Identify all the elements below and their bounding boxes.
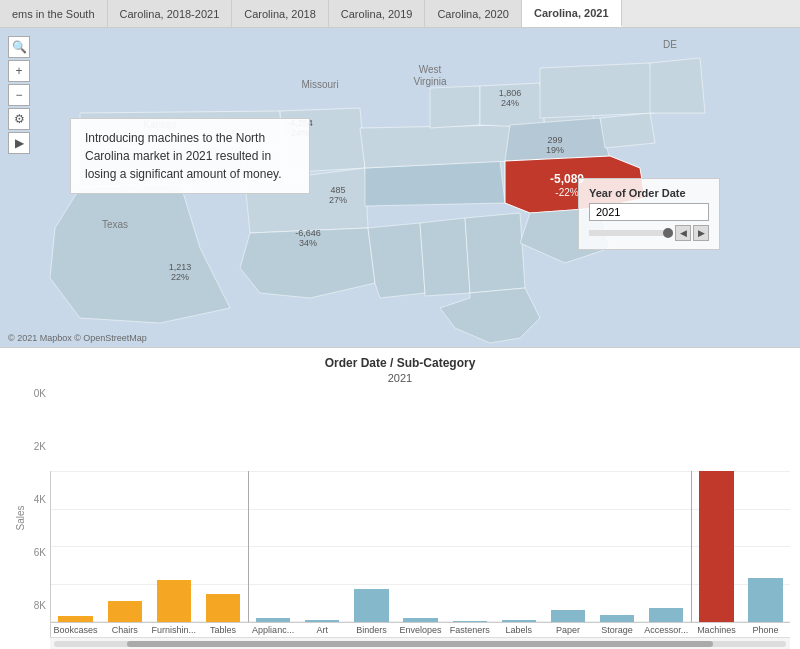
x-label-9: Labels	[494, 623, 543, 637]
svg-text:485: 485	[330, 185, 345, 195]
bar-11[interactable]	[600, 615, 634, 622]
bar-0[interactable]	[58, 616, 92, 622]
svg-marker-12	[360, 125, 510, 168]
scrollbar[interactable]	[50, 637, 790, 649]
bar-7[interactable]	[403, 618, 437, 622]
scrollbar-track[interactable]	[54, 641, 786, 647]
svg-text:1,213: 1,213	[169, 262, 192, 272]
x-label-10: Paper	[543, 623, 592, 637]
bar-group-phone	[741, 578, 790, 622]
tab-2018-2021[interactable]: Carolina, 2018-2021	[108, 0, 233, 27]
bar-6[interactable]	[354, 589, 388, 622]
bar-2[interactable]	[157, 580, 191, 622]
year-filter-label: Year of Order Date	[589, 187, 709, 199]
y-axis: 8K 6K 4K 2K 0K	[16, 388, 46, 631]
bar-4[interactable]	[256, 618, 290, 622]
map-area: Texas Kansas Missouri West Virginia DE -…	[0, 28, 800, 348]
svg-text:DE: DE	[663, 39, 677, 50]
x-label-4: Applianc...	[249, 623, 298, 637]
bar-14[interactable]	[748, 578, 782, 622]
bar-group-art	[298, 620, 347, 622]
svg-marker-7	[368, 223, 425, 298]
svg-marker-11	[365, 161, 505, 206]
map-attribution: © 2021 Mapbox © OpenStreetMap	[8, 333, 147, 343]
zoom-out-button[interactable]: −	[8, 84, 30, 106]
x-label-7: Envelopes	[396, 623, 445, 637]
category-divider-12	[691, 471, 692, 622]
svg-text:24%: 24%	[501, 98, 519, 108]
svg-marker-20	[540, 63, 655, 118]
bar-13[interactable]	[699, 471, 733, 622]
bar-3[interactable]	[206, 594, 240, 622]
svg-marker-9	[465, 213, 525, 293]
category-divider-3	[248, 471, 249, 622]
bar-8[interactable]	[453, 621, 487, 622]
x-label-12: Accessor...	[642, 623, 691, 637]
x-labels: BookcasesChairsFurnishin...TablesApplian…	[50, 623, 790, 637]
tab-2020[interactable]: Carolina, 2020	[425, 0, 522, 27]
bar-5[interactable]	[305, 620, 339, 622]
svg-text:West: West	[419, 64, 442, 75]
main-content: Texas Kansas Missouri West Virginia DE -…	[0, 28, 800, 649]
year-input[interactable]	[589, 203, 709, 221]
bars-container	[50, 471, 790, 623]
x-label-3: Tables	[198, 623, 247, 637]
bar-group-accessor	[642, 608, 691, 622]
search-button[interactable]: 🔍	[8, 36, 30, 58]
svg-text:Texas: Texas	[102, 219, 128, 230]
bar-group-storage	[593, 615, 642, 622]
bar-12[interactable]	[649, 608, 683, 622]
x-label-13: Machines	[692, 623, 741, 637]
svg-text:-22%: -22%	[555, 187, 578, 198]
year-prev-button[interactable]: ◀	[675, 225, 691, 241]
bar-group-fasteners	[445, 621, 494, 622]
svg-text:299: 299	[547, 135, 562, 145]
x-label-14: Phone	[741, 623, 790, 637]
tool-button[interactable]: ⚙	[8, 108, 30, 130]
x-label-0: Bookcases	[51, 623, 100, 637]
svg-text:Virginia: Virginia	[413, 76, 447, 87]
x-label-6: Binders	[347, 623, 396, 637]
svg-text:19%: 19%	[546, 145, 564, 155]
bar-group-tables	[198, 594, 247, 622]
tab-2021[interactable]: Carolina, 2021	[522, 0, 622, 27]
bar-group-binders	[347, 589, 396, 622]
tab-2019[interactable]: Carolina, 2019	[329, 0, 426, 27]
tab-bar: ems in the South Carolina, 2018-2021 Car…	[0, 0, 800, 28]
bar-group-applianc	[249, 618, 298, 622]
bar-group-labels	[494, 620, 543, 622]
tab-south[interactable]: ems in the South	[0, 0, 108, 27]
svg-text:34%: 34%	[299, 238, 317, 248]
x-label-2: Furnishin...	[149, 623, 198, 637]
svg-text:1,806: 1,806	[499, 88, 522, 98]
bar-9[interactable]	[502, 620, 536, 622]
bar-10[interactable]	[551, 610, 585, 622]
svg-marker-19	[600, 113, 655, 148]
svg-text:Missouri: Missouri	[301, 79, 338, 90]
chart-inner: BookcasesChairsFurnishin...TablesApplian…	[50, 471, 790, 649]
zoom-in-button[interactable]: +	[8, 60, 30, 82]
year-filter-controls: ◀ ▶	[589, 225, 709, 241]
chart-area: Order Date / Sub-Category 2021 Sales 8K …	[0, 348, 800, 649]
arrow-button[interactable]: ▶	[8, 132, 30, 154]
bar-group-chairs	[100, 601, 149, 622]
x-label-5: Art	[298, 623, 347, 637]
year-next-button[interactable]: ▶	[693, 225, 709, 241]
tab-2018[interactable]: Carolina, 2018	[232, 0, 329, 27]
scrollbar-thumb[interactable]	[127, 641, 713, 647]
x-label-8: Fasteners	[445, 623, 494, 637]
map-tooltip: Introducing machines to the North Caroli…	[70, 118, 310, 194]
bar-group-envelopes	[396, 618, 445, 622]
chart-body: Sales 8K 6K 4K 2K 0K	[10, 388, 790, 649]
year-slider[interactable]	[589, 230, 673, 236]
bar-group-paper	[543, 610, 592, 622]
svg-marker-13	[430, 86, 480, 128]
svg-text:27%: 27%	[329, 195, 347, 205]
chart-subtitle: 2021	[10, 372, 790, 384]
year-filter: Year of Order Date ◀ ▶	[578, 178, 720, 250]
svg-text:22%: 22%	[171, 272, 189, 282]
svg-text:-6,646: -6,646	[295, 228, 321, 238]
x-label-1: Chairs	[100, 623, 149, 637]
map-controls: 🔍 + − ⚙ ▶	[8, 36, 30, 154]
bar-1[interactable]	[108, 601, 142, 622]
